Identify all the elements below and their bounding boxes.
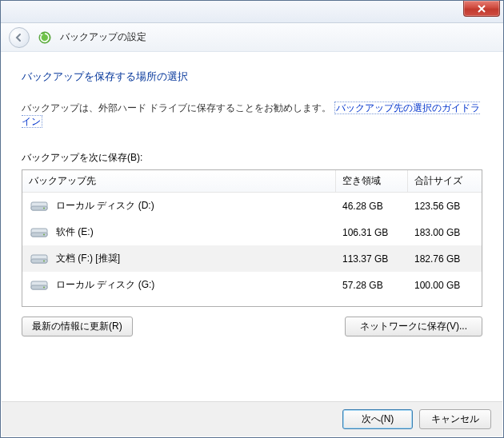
svg-point-12: [43, 286, 45, 288]
total-size: 182.76 GB: [408, 253, 482, 265]
window-title: バックアップの設定: [60, 30, 146, 44]
drive-icon: [30, 279, 48, 292]
destination-table: バックアップ先 空き領域 合計サイズ ローカル ディスク (D:)46.28 G…: [22, 169, 482, 307]
table-spacer: [22, 298, 482, 306]
table-row[interactable]: 软件 (E:)106.31 GB183.00 GB: [22, 219, 482, 245]
window-frame: バックアップの設定 バックアップを保存する場所の選択 バックアップは、外部ハード…: [0, 0, 504, 438]
svg-point-6: [43, 233, 45, 235]
drive-name: 软件 (E:): [56, 225, 94, 239]
table-row[interactable]: 文档 (F:) [推奨]113.37 GB182.76 GB: [22, 245, 482, 272]
column-header-destination[interactable]: バックアップ先: [22, 170, 336, 192]
drive-icon: [30, 253, 48, 265]
content-area: バックアップを保存する場所の選択 バックアップは、外部ハード ドライブに保存する…: [1, 52, 503, 344]
drive-icon: [30, 226, 48, 239]
back-arrow-icon: [14, 33, 24, 42]
close-icon: [477, 5, 486, 13]
drive-icon: [30, 200, 48, 213]
page-heading: バックアップを保存する場所の選択: [22, 70, 482, 84]
drive-name: ローカル ディスク (G:): [56, 278, 154, 292]
back-button[interactable]: [9, 27, 30, 48]
table-row[interactable]: ローカル ディスク (G:)57.28 GB100.00 GB: [22, 272, 482, 298]
header-bar: バックアップの設定: [1, 23, 503, 52]
free-space: 113.37 GB: [336, 253, 408, 265]
drive-cell: ローカル ディスク (G:): [22, 278, 336, 292]
total-size: 123.56 GB: [408, 201, 482, 212]
free-space: 46.28 GB: [336, 201, 408, 212]
total-size: 100.00 GB: [408, 280, 482, 291]
refresh-button[interactable]: 最新の情報に更新(R): [22, 317, 133, 336]
backup-app-icon: [38, 30, 52, 45]
close-button[interactable]: [463, 1, 500, 17]
drive-cell: 软件 (E:): [22, 225, 336, 239]
footer: 次へ(N) キャンセル: [2, 401, 502, 436]
save-network-button[interactable]: ネットワークに保存(V)...: [345, 317, 482, 336]
free-space: 57.28 GB: [336, 280, 408, 291]
drive-name: ローカル ディスク (D:): [56, 199, 154, 213]
table-header: バックアップ先 空き領域 合計サイズ: [22, 170, 482, 193]
column-header-free[interactable]: 空き領域: [336, 170, 408, 192]
titlebar: [1, 1, 503, 23]
intro-text: バックアップは、外部ハード ドライブに保存することをお勧めします。: [22, 102, 331, 113]
intro-text-row: バックアップは、外部ハード ドライブに保存することをお勧めします。 バックアップ…: [22, 102, 482, 129]
cancel-button[interactable]: キャンセル: [419, 409, 491, 429]
list-label: バックアップを次に保存(B):: [22, 151, 482, 165]
free-space: 106.31 GB: [336, 227, 408, 238]
table-body: ローカル ディスク (D:)46.28 GB123.56 GB软件 (E:)10…: [22, 193, 482, 298]
svg-point-3: [43, 207, 45, 209]
table-row[interactable]: ローカル ディスク (D:)46.28 GB123.56 GB: [22, 193, 482, 219]
action-button-row: 最新の情報に更新(R) ネットワークに保存(V)...: [22, 317, 482, 336]
svg-point-9: [43, 260, 45, 261]
next-button[interactable]: 次へ(N): [342, 409, 413, 429]
column-header-total[interactable]: 合計サイズ: [408, 170, 482, 192]
drive-cell: ローカル ディスク (D:): [22, 199, 336, 213]
drive-name: 文档 (F:) [推奨]: [56, 252, 120, 265]
drive-cell: 文档 (F:) [推奨]: [22, 252, 336, 265]
total-size: 183.00 GB: [408, 227, 482, 238]
